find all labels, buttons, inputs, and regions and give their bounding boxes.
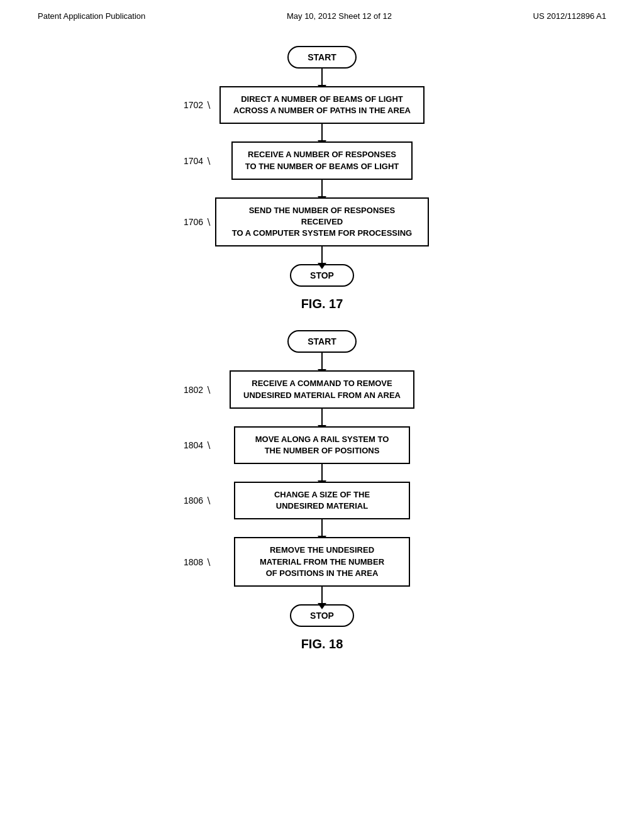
arrow-7 (321, 464, 323, 482)
fig18-step-1802-row: 1802 ∖ RECEIVE A COMMAND TO REMOVEUNDESI… (165, 370, 479, 408)
fig17-label-1706: 1706 ∖ (184, 217, 211, 227)
fig18-start-oval: START (287, 330, 357, 353)
fig18-box-1806: CHANGE A SIZE OF THEUNDESIRED MATERIAL (234, 482, 410, 519)
arrow-9 (321, 587, 323, 604)
fig18-step-1806-row: 1806 ∖ CHANGE A SIZE OF THEUNDESIRED MAT… (165, 482, 479, 519)
arrow-4 (321, 246, 323, 264)
arrow-3 (321, 180, 323, 197)
fig17-label: FIG. 17 (301, 297, 343, 311)
fig17-step-1704-row: 1704 ∖ RECEIVE A NUMBER OF RESPONSESTO T… (165, 141, 479, 179)
fig18-box-1802: RECEIVE A COMMAND TO REMOVEUNDESIRED MAT… (230, 370, 414, 408)
fig18-step-1804-row: 1804 ∖ MOVE ALONG A RAIL SYSTEM TOTHE NU… (165, 426, 479, 464)
arrow-2 (321, 124, 323, 141)
header-right: US 2012/112896 A1 (533, 11, 606, 21)
fig17-box-1706: SEND THE NUMBER OF RESPONSES RECEIVEDTO … (215, 197, 429, 247)
fig18-box-1808: REMOVE THE UNDESIREDMATERIAL FROM THE NU… (234, 537, 410, 587)
arrow-8 (321, 519, 323, 537)
fig18-label-1808: 1808 ∖ (184, 557, 211, 567)
fig18-label-1806: 1806 ∖ (184, 495, 211, 506)
arrow-6 (321, 409, 323, 426)
fig18-box-1804: MOVE ALONG A RAIL SYSTEM TOTHE NUMBER OF… (234, 426, 410, 464)
arrow-5 (321, 353, 323, 370)
fig17-start-oval: START (287, 46, 357, 69)
fig18-label: FIG. 18 (301, 637, 343, 651)
fig17-label-1704: 1704 ∖ (184, 156, 211, 166)
fig17-box-1704: RECEIVE A NUMBER OF RESPONSESTO THE NUMB… (231, 141, 413, 179)
fig18-label-1804: 1804 ∖ (184, 440, 211, 450)
header-middle: May 10, 2012 Sheet 12 of 12 (287, 11, 392, 21)
fig17-label-1702: 1702 ∖ (184, 100, 211, 110)
fig18-label-1802: 1802 ∖ (184, 385, 211, 395)
fig17-step-1706-row: 1706 ∖ SEND THE NUMBER OF RESPONSES RECE… (165, 197, 479, 247)
fig17-step-1702-row: 1702 ∖ DIRECT A NUMBER OF BEAMS OF LIGHT… (165, 86, 479, 124)
fig18-step-1808-row: 1808 ∖ REMOVE THE UNDESIREDMATERIAL FROM… (165, 537, 479, 587)
arrow-1 (321, 69, 323, 86)
fig17-diagram: START 1702 ∖ DIRECT A NUMBER OF BEAMS OF… (165, 46, 479, 311)
fig17-box-1702: DIRECT A NUMBER OF BEAMS OF LIGHTACROSS … (219, 86, 425, 124)
page-header: Patent Application Publication May 10, 2… (0, 0, 644, 27)
header-left: Patent Application Publication (38, 11, 145, 21)
fig18-diagram: START 1802 ∖ RECEIVE A COMMAND TO REMOVE… (165, 330, 479, 651)
